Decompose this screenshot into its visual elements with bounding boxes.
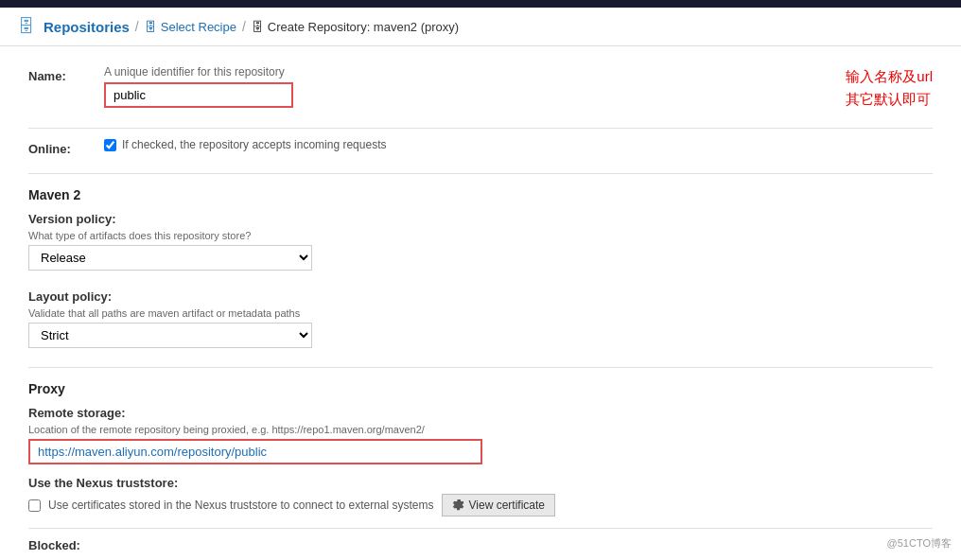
truststore-checkbox-label: Use certificates stored in the Nexus tru… xyxy=(48,499,434,512)
truststore-label: Use the Nexus truststore: xyxy=(28,476,933,490)
repositories-icon: 🗄 xyxy=(15,15,38,38)
layout-policy-hint: Validate that all paths are maven artifa… xyxy=(28,307,933,319)
breadcrumb-sep1: / xyxy=(135,19,139,34)
breadcrumb-sep2: / xyxy=(242,19,246,34)
gear-icon xyxy=(452,499,465,512)
version-policy-hint: What type of artifacts does this reposit… xyxy=(28,230,933,241)
breadcrumb-step1[interactable]: 🗄 Select Recipe xyxy=(145,20,236,34)
truststore-row: Use certificates stored in the Nexus tru… xyxy=(28,494,933,516)
main-content: Name: A unique identifier for this repos… xyxy=(0,46,961,560)
truststore-checkbox[interactable] xyxy=(28,499,41,512)
breadcrumb: 🗄 Repositories / 🗄 Select Recipe / 🗄 Cre… xyxy=(0,8,961,46)
breadcrumb-step2: 🗄 Create Repository: maven2 (proxy) xyxy=(252,20,459,34)
online-checkbox-label: If checked, the repository accepts incom… xyxy=(122,138,386,151)
layout-policy-label: Layout policy: xyxy=(28,289,933,304)
blocked-label: Blocked: xyxy=(28,538,933,552)
divider2 xyxy=(28,173,933,174)
layout-policy-block: Layout policy: Validate that all paths a… xyxy=(28,289,933,356)
create-repo-icon: 🗄 xyxy=(252,20,264,34)
online-content: If checked, the repository accepts incom… xyxy=(104,138,933,151)
online-checkbox[interactable] xyxy=(104,139,116,151)
proxy-section-title: Proxy xyxy=(28,381,933,396)
online-row: Online: If checked, the repository accep… xyxy=(28,138,933,164)
divider4 xyxy=(28,528,933,529)
name-row: Name: A unique identifier for this repos… xyxy=(28,65,933,118)
annotation-line1: 输入名称及url xyxy=(846,65,933,88)
name-input[interactable] xyxy=(104,82,293,108)
view-certificate-button[interactable]: View certificate xyxy=(442,494,555,516)
remote-storage-block: Remote storage: Location of the remote r… xyxy=(28,406,933,464)
divider3 xyxy=(28,367,933,368)
annotation-line2: 其它默认即可 xyxy=(846,88,933,111)
online-checkbox-row: If checked, the repository accepts incom… xyxy=(104,138,933,151)
remote-storage-hint: Location of the remote repository being … xyxy=(28,424,933,435)
remote-storage-input[interactable] xyxy=(28,439,482,464)
divider1 xyxy=(28,128,933,129)
annotation: 输入名称及url 其它默认即可 xyxy=(846,65,933,111)
version-policy-block: Version policy: What type of artifacts d… xyxy=(28,212,933,278)
name-content: A unique identifier for this repository xyxy=(104,65,789,108)
name-label: Name: xyxy=(28,65,104,83)
view-cert-label: View certificate xyxy=(469,499,545,512)
watermark: @51CTO博客 xyxy=(887,536,952,551)
remote-storage-label: Remote storage: xyxy=(28,406,933,420)
online-label: Online: xyxy=(28,138,104,156)
maven2-section-title: Maven 2 xyxy=(28,187,933,202)
version-policy-label: Version policy: xyxy=(28,212,933,226)
name-hint: A unique identifier for this repository xyxy=(104,65,789,79)
truststore-block: Use the Nexus truststore: Use certificat… xyxy=(28,476,933,516)
top-bar xyxy=(0,0,961,8)
version-policy-select[interactable]: Release xyxy=(28,245,312,271)
select-recipe-icon: 🗄 xyxy=(145,20,157,34)
breadcrumb-home[interactable]: Repositories xyxy=(44,19,130,35)
layout-policy-select[interactable]: Strict xyxy=(28,323,312,348)
